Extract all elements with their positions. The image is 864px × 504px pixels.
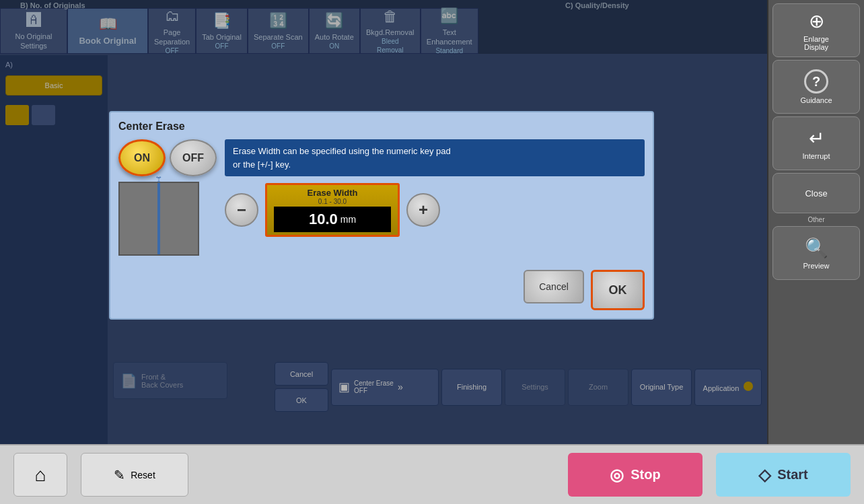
on-button[interactable]: ON (118, 139, 166, 176)
erase-preview: ↕ ↔ (118, 182, 199, 256)
interrupt-label: Interrupt (803, 152, 830, 160)
dialog-cancel-button[interactable]: Cancel (524, 270, 584, 303)
other-label: Other (807, 216, 824, 223)
stop-icon: ◎ (610, 466, 624, 484)
off-button[interactable]: OFF (170, 139, 217, 176)
interrupt-button[interactable]: ↵ Interrupt (772, 116, 860, 170)
erase-width-value-bg: 10.0 mm (274, 207, 392, 232)
home-icon: ⌂ (35, 464, 46, 486)
stop-button[interactable]: ◎ Stop (568, 453, 703, 497)
interrupt-icon: ↵ (809, 127, 824, 149)
enlarge-display-icon: ⊕ (809, 10, 824, 32)
preview-label: Preview (803, 262, 829, 270)
dialog-title: Center Erase (118, 120, 645, 133)
plus-button[interactable]: + (406, 193, 440, 227)
close-button[interactable]: Close (772, 173, 860, 213)
reset-label: Reset (131, 470, 155, 480)
minus-icon: − (237, 201, 246, 219)
on-button-label: ON (134, 152, 150, 164)
erase-width-label: Erase Width (307, 188, 357, 198)
center-erase-arrow: ↔ (155, 172, 163, 182)
dialog-cancel-label: Cancel (539, 281, 569, 292)
erase-width-value: 10.0 (309, 211, 338, 228)
home-button[interactable]: ⌂ (13, 453, 67, 497)
start-button[interactable]: ◇ Start (716, 453, 851, 497)
reset-icon: ✎ (114, 467, 125, 483)
center-erase-dialog: Center Erase ON OFF ↕ (109, 111, 654, 320)
erase-width-display: Erase Width 0.1 - 30.0 10.0 mm (265, 183, 400, 237)
erase-width-group: − Erase Width 0.1 - 30.0 10.0 mm + (225, 183, 645, 237)
close-label: Close (805, 188, 827, 199)
plus-icon: + (419, 201, 428, 219)
side-panel: ⊕ EnlargeDisplay ? Guidance ↵ Interrupt … (767, 0, 864, 444)
preview-button[interactable]: 🔍 Preview (772, 226, 860, 280)
info-text: Erase Width can be specified using the n… (233, 146, 451, 170)
preview-icon: 🔍 (805, 237, 828, 259)
erase-right-half (160, 183, 198, 254)
erase-width-range: 0.1 - 30.0 (318, 198, 347, 205)
minus-button[interactable]: − (225, 193, 258, 227)
enlarge-display-label: EnlargeDisplay (803, 35, 829, 51)
erase-left-half (120, 183, 157, 254)
start-icon: ◇ (758, 466, 770, 484)
center-erase-line (158, 183, 160, 254)
dialog-ok-label: OK (609, 283, 627, 297)
enlarge-display-button[interactable]: ⊕ EnlargeDisplay (772, 3, 860, 57)
dialog-left: ON OFF ↕ ↔ (118, 139, 217, 302)
guidance-icon: ? (804, 69, 828, 94)
info-box: Erase Width can be specified using the n… (225, 139, 645, 176)
on-off-group: ON OFF (118, 139, 217, 176)
dialog-ok-button[interactable]: OK (591, 270, 645, 310)
reset-button[interactable]: ✎ Reset (81, 453, 188, 497)
start-label: Start (777, 467, 808, 482)
off-button-label: OFF (182, 152, 204, 164)
guidance-button[interactable]: ? Guidance (772, 60, 860, 114)
erase-width-unit: mm (340, 214, 356, 225)
footer: ⌂ ✎ Reset ◎ Stop ◇ Start (0, 444, 864, 504)
dialog-footer: Cancel OK (524, 270, 645, 310)
guidance-label: Guidance (800, 96, 832, 104)
stop-label: Stop (631, 467, 660, 482)
